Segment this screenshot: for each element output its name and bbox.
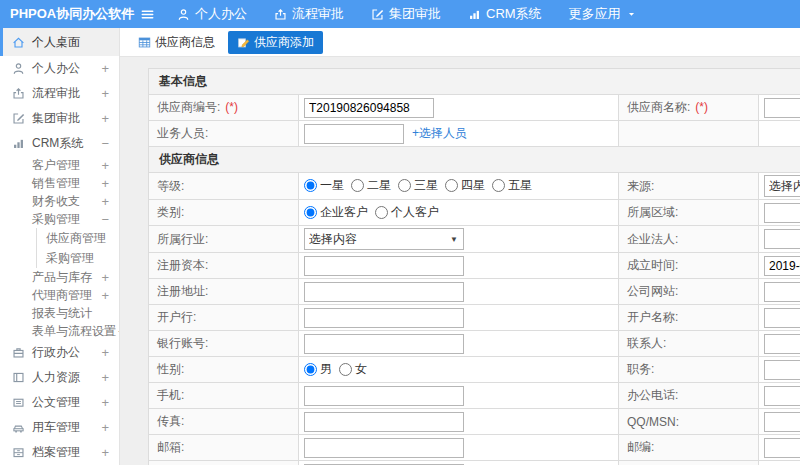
- category-radio[interactable]: 企业客户: [304, 204, 368, 221]
- topnav-item[interactable]: 个人办公: [177, 5, 247, 23]
- position-input[interactable]: [764, 360, 800, 380]
- fax-input[interactable]: [304, 412, 464, 432]
- sidebar-item-label: 档案管理: [32, 444, 80, 461]
- zipcode-input[interactable]: [764, 438, 800, 458]
- expand-toggle-icon[interactable]: +: [99, 345, 109, 360]
- expand-toggle-icon[interactable]: +: [99, 158, 109, 173]
- industry-select[interactable]: 选择内容: [304, 228, 464, 250]
- supplier-name-input[interactable]: [764, 98, 800, 118]
- topnav-item[interactable]: 集团审批: [371, 5, 441, 23]
- bank-branch-input[interactable]: [304, 308, 464, 328]
- topnav-item[interactable]: 更多应用: [569, 5, 636, 23]
- company-website-input[interactable]: [764, 282, 800, 302]
- topnav-item[interactable]: 流程审批: [274, 5, 344, 23]
- expand-toggle-icon[interactable]: −: [99, 212, 109, 227]
- sidebar-item[interactable]: CRM系统−: [0, 131, 119, 156]
- expand-toggle-icon[interactable]: +: [99, 86, 109, 101]
- registered-capital-input[interactable]: [304, 256, 464, 276]
- radio-button[interactable]: [304, 206, 317, 219]
- sidebar-item[interactable]: 个人桌面: [0, 28, 119, 56]
- gender-radio[interactable]: 女: [339, 361, 367, 378]
- sidebar-item[interactable]: 用车管理+: [0, 415, 119, 440]
- field-label: 企业法人:: [627, 232, 678, 246]
- sidebar-item-label: 用车管理: [32, 419, 80, 436]
- email-input[interactable]: [304, 438, 464, 458]
- field-value-cell: [299, 331, 619, 357]
- region-input[interactable]: [764, 203, 800, 223]
- choose-person-link[interactable]: +选择人员: [412, 126, 467, 140]
- level-radio[interactable]: 四星: [445, 177, 485, 194]
- expand-toggle-icon[interactable]: +: [99, 61, 109, 76]
- sidebar-item[interactable]: 产品与库存+: [0, 268, 119, 286]
- sidebar-item[interactable]: 销售管理+: [0, 174, 119, 192]
- radio-button[interactable]: [445, 179, 458, 192]
- sidebar-item[interactable]: 集团审批+: [0, 106, 119, 131]
- hamburger-icon[interactable]: [140, 7, 155, 22]
- topnav-item[interactable]: CRM系统: [468, 5, 542, 23]
- expand-toggle-icon[interactable]: +: [99, 395, 109, 410]
- contact-person-input[interactable]: [764, 334, 800, 354]
- radio-button[interactable]: [375, 206, 388, 219]
- field-label: 供应商编号:: [157, 100, 220, 114]
- expand-toggle-icon[interactable]: +: [99, 111, 109, 126]
- business-staff-input[interactable]: [304, 124, 404, 144]
- level-radio[interactable]: 二星: [351, 177, 391, 194]
- expand-toggle-icon[interactable]: +: [99, 270, 109, 285]
- level-radio[interactable]: 三星: [398, 177, 438, 194]
- category-radio[interactable]: 个人客户: [375, 204, 439, 221]
- field-label: 类别:: [157, 205, 184, 219]
- field-value-cell: [759, 383, 800, 409]
- radio-label: 五星: [508, 177, 532, 194]
- sidebar-item[interactable]: 代理商管理+: [0, 286, 119, 304]
- expand-toggle-icon[interactable]: +: [99, 445, 109, 460]
- level-radio[interactable]: 一星: [304, 177, 344, 194]
- sidebar-item[interactable]: 人力资源+: [0, 365, 119, 390]
- field-label: 邮编:: [627, 440, 654, 454]
- sidebar-item[interactable]: 档案管理+: [0, 440, 119, 465]
- home-icon: [12, 36, 25, 49]
- established-date-input[interactable]: [764, 256, 800, 276]
- bank-account-input[interactable]: [304, 334, 464, 354]
- expand-toggle-icon[interactable]: +: [99, 370, 109, 385]
- source-select[interactable]: 选择内容: [764, 175, 800, 197]
- expand-toggle-icon[interactable]: +: [99, 194, 109, 209]
- tab-supplier-add[interactable]: 供应商添加: [228, 31, 323, 54]
- sidebar-item[interactable]: 行政办公+: [0, 340, 119, 365]
- qq-msn-input[interactable]: [764, 412, 800, 432]
- field-value-cell: [759, 357, 800, 383]
- mobile-input[interactable]: [304, 386, 464, 406]
- expand-toggle-icon[interactable]: +: [99, 288, 109, 303]
- sidebar-item[interactable]: 流程审批+: [0, 81, 119, 106]
- sidebar-item[interactable]: 表单与流程设置+: [0, 322, 119, 340]
- level-radio[interactable]: 五星: [492, 177, 532, 194]
- radio-button[interactable]: [304, 363, 317, 376]
- radio-button[interactable]: [304, 179, 317, 192]
- sidebar-item[interactable]: 供应商管理: [37, 228, 119, 248]
- legal-person-input[interactable]: [764, 229, 800, 249]
- radio-button[interactable]: [339, 363, 352, 376]
- expand-toggle-icon[interactable]: +: [99, 420, 109, 435]
- radio-button[interactable]: [398, 179, 411, 192]
- account-name-input[interactable]: [764, 308, 800, 328]
- field-value-cell: [759, 279, 800, 305]
- expand-toggle-icon[interactable]: +: [99, 176, 109, 191]
- office-phone-input[interactable]: [764, 386, 800, 406]
- sidebar-item[interactable]: 采购管理: [37, 248, 119, 268]
- form-row: 地址:: [149, 461, 800, 465]
- gender-radio[interactable]: 男: [304, 361, 332, 378]
- sidebar-item[interactable]: 财务收支+: [0, 192, 119, 210]
- sidebar-item[interactable]: 公文管理+: [0, 390, 119, 415]
- radio-button[interactable]: [351, 179, 364, 192]
- radio-label: 女: [355, 361, 367, 378]
- registered-address-input[interactable]: [304, 282, 464, 302]
- sidebar-item-label: 个人办公: [32, 60, 80, 77]
- sidebar-item[interactable]: 个人办公+: [0, 56, 119, 81]
- radio-button[interactable]: [492, 179, 505, 192]
- field-label: 邮箱:: [157, 440, 184, 454]
- expand-toggle-icon[interactable]: −: [99, 136, 109, 151]
- sidebar-item[interactable]: 报表与统计: [0, 304, 119, 322]
- tab-supplier-info[interactable]: 供应商信息: [133, 31, 220, 54]
- sidebar-item[interactable]: 客户管理+: [0, 156, 119, 174]
- supplier-code-input[interactable]: [304, 98, 434, 118]
- sidebar-item[interactable]: 采购管理−: [0, 210, 119, 228]
